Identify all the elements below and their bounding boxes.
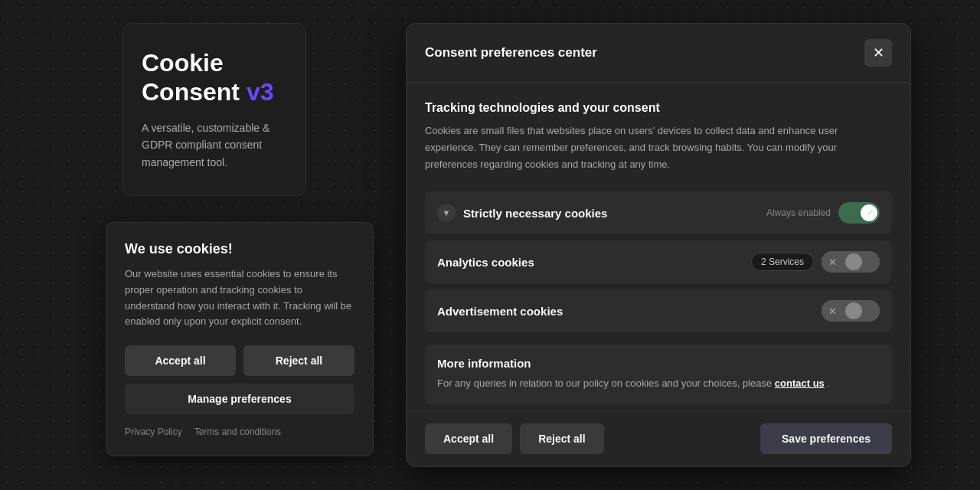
tracking-section-description: Cookies are small files that websites pl… xyxy=(425,122,892,173)
advertisement-toggle-track xyxy=(843,300,880,322)
cookie-row-strictly-necessary: ▼ Strictly necessary cookies Always enab… xyxy=(425,191,892,234)
modal-title: Consent preferences center xyxy=(425,45,597,60)
cookie-banner: We use cookies! Our website uses essenti… xyxy=(106,222,374,456)
title-consent: Consent xyxy=(142,78,240,106)
cookie-row-left-advertisement: Advertisement cookies xyxy=(437,305,563,318)
banner-reject-all-button[interactable]: Reject all xyxy=(243,345,354,376)
analytics-toggle-track xyxy=(843,251,880,273)
strictly-necessary-toggle[interactable]: ✓ xyxy=(838,202,880,224)
left-panel: Cookie Consent v3 A versatile, customiza… xyxy=(122,23,306,196)
banner-manage-button[interactable]: Manage preferences xyxy=(125,384,354,414)
more-info-text: For any queries in relation to our polic… xyxy=(437,376,880,392)
advertisement-label: Advertisement cookies xyxy=(437,305,563,318)
footer-reject-all-button[interactable]: Reject all xyxy=(520,423,603,454)
banner-footer-links: Privacy Policy Terms and conditions xyxy=(125,426,354,437)
more-info-title: More information xyxy=(437,357,880,370)
services-badge[interactable]: 2 Services xyxy=(751,253,814,271)
cookie-row-left: ▼ Strictly necessary cookies xyxy=(437,204,607,222)
banner-button-row: Accept all Reject all xyxy=(125,345,354,376)
left-panel-description: A versatile, customizable & GDPR complia… xyxy=(142,119,287,171)
consent-modal: Consent preferences center ✕ Tracking te… xyxy=(406,23,911,467)
privacy-policy-link[interactable]: Privacy Policy xyxy=(125,426,182,437)
cookie-row-right-strictly: Always enabled ✓ xyxy=(766,202,880,224)
advertisement-toggle[interactable]: ✕ xyxy=(822,300,880,322)
footer-accept-all-button[interactable]: Accept all xyxy=(425,423,512,454)
cookie-row-left-analytics: Analytics cookies xyxy=(437,256,534,269)
more-info-text-before: For any queries in relation to our polic… xyxy=(437,377,775,389)
contact-us-link[interactable]: contact us xyxy=(775,377,825,389)
toggle-x-button-analytics[interactable]: ✕ xyxy=(822,251,843,273)
title-version: v3 xyxy=(247,78,274,106)
cookie-row-right-analytics: 2 Services ✕ xyxy=(751,251,880,273)
check-icon: ✓ xyxy=(867,207,874,218)
analytics-toggle-thumb xyxy=(845,253,862,270)
modal-body: Tracking technologies and your consent C… xyxy=(407,83,910,410)
more-info-text-after: . xyxy=(827,377,830,389)
cookie-row-right-advertisement: ✕ xyxy=(822,300,880,322)
toggle-x-button-advertisement[interactable]: ✕ xyxy=(822,300,843,322)
modal-header: Consent preferences center ✕ xyxy=(407,24,910,83)
always-enabled-text: Always enabled xyxy=(766,207,831,218)
strictly-necessary-label: Strictly necessary cookies xyxy=(463,207,607,220)
modal-footer: Accept all Reject all Save preferences xyxy=(407,410,910,466)
footer-left-buttons: Accept all Reject all xyxy=(425,423,604,454)
banner-accept-all-button[interactable]: Accept all xyxy=(125,345,236,376)
tracking-section-title: Tracking technologies and your consent xyxy=(425,101,892,115)
banner-title: We use cookies! xyxy=(125,241,354,257)
terms-link[interactable]: Terms and conditions xyxy=(194,426,281,437)
title-cookie: Cookie xyxy=(142,49,224,77)
banner-description: Our website uses essential cookies to en… xyxy=(125,266,354,330)
save-preferences-button[interactable]: Save preferences xyxy=(760,423,892,454)
analytics-toggle[interactable]: ✕ xyxy=(822,251,880,273)
chevron-down-icon[interactable]: ▼ xyxy=(437,204,456,222)
more-info-section: More information For any queries in rela… xyxy=(425,345,892,404)
toggle-track-on: ✓ xyxy=(838,202,880,224)
advertisement-toggle-thumb xyxy=(845,302,862,319)
cookie-row-analytics: Analytics cookies 2 Services ✕ xyxy=(425,240,892,283)
left-panel-title: Cookie Consent v3 xyxy=(142,48,287,107)
modal-close-button[interactable]: ✕ xyxy=(864,39,892,67)
cookie-row-advertisement: Advertisement cookies ✕ xyxy=(425,289,892,332)
analytics-label: Analytics cookies xyxy=(437,256,534,269)
